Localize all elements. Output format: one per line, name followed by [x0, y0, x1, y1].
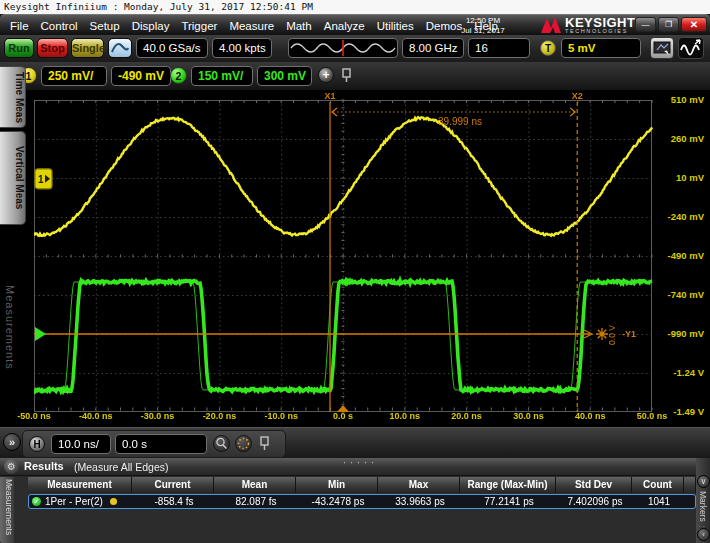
sample-points-icon[interactable] [235, 435, 252, 452]
run-button[interactable]: Run [4, 38, 34, 58]
status-ok-icon: ✓ [32, 497, 41, 506]
close-button[interactable]: ✕ [681, 17, 707, 32]
acquisition-preview[interactable] [288, 38, 398, 58]
collapse-left-icon[interactable]: ‹ [697, 528, 710, 541]
auto-setup-icon[interactable] [108, 38, 132, 58]
clock-time: 12:50 PM [448, 16, 518, 26]
column-header-min: Min [296, 477, 378, 493]
x-axis-label: 10.0 ns [377, 411, 433, 421]
results-subtitle: (Measure All Edges) [74, 461, 169, 473]
add-channel-button[interactable]: + [318, 67, 334, 83]
cell-count: 1041 [633, 495, 685, 508]
brand-sub: TECHNOLOGIES [565, 28, 635, 34]
stop-button[interactable]: Stop [37, 38, 68, 58]
horizontal-badge[interactable]: H [29, 436, 45, 452]
cell-min: -43.2478 ps [297, 495, 379, 508]
column-header-measurement: Measurement [28, 477, 132, 493]
measurement-name-cell: ✓1Per - Per(2) [29, 495, 133, 508]
markers-strip: ∨ Markers : : ‹ [696, 458, 710, 543]
menu-item-setup[interactable]: Setup [84, 16, 126, 36]
menu-item-trigger[interactable]: Trigger [175, 16, 223, 36]
menu-item-measure[interactable]: Measure [223, 16, 280, 36]
menu-item-utilities[interactable]: Utilities [371, 16, 420, 36]
cell-max: 33.9663 ps [379, 495, 461, 508]
single-button[interactable]: Single [71, 38, 104, 58]
tab-markers[interactable]: Markers [698, 491, 708, 522]
horizontal-bar: H 10.0 ns/ 0.0 s [0, 427, 710, 458]
menu-item-analyze[interactable]: Analyze [318, 16, 371, 36]
x-axis-label: 30.0 ns [500, 411, 556, 421]
column-header-range-max-min-: Range (Max-Min) [460, 477, 556, 493]
cell-current: -858.4 fs [133, 495, 215, 508]
pin-icon[interactable] [259, 436, 270, 451]
trigger-badge[interactable]: T [540, 40, 556, 56]
table-row[interactable]: ✓1Per - Per(2)-858.4 fs82.087 fs-43.2478… [28, 494, 696, 509]
sample-rate-field[interactable]: 40.0 GSa/s [136, 38, 208, 58]
results-header: ⚙ Results (Measure All Edges) ····· ∨ [0, 458, 710, 476]
x-axis-label: 0.0 s [315, 411, 371, 421]
averages-field[interactable]: 16 [468, 38, 530, 58]
expand-panel-button[interactable]: » [3, 433, 21, 451]
menu-item-math[interactable]: Math [280, 16, 318, 36]
results-table-header: MeasurementCurrentMeanMinMaxRange (Max-M… [28, 477, 696, 493]
tab-measurements[interactable]: Measurements [0, 477, 14, 543]
results-title: Results [24, 460, 64, 472]
keysight-spark-icon [540, 16, 562, 34]
x-axis-label: -20.0 ns [191, 411, 247, 421]
waveform-canvas[interactable] [34, 92, 662, 414]
menu-item-file[interactable]: File [4, 16, 35, 36]
channel2-scale-field[interactable]: 150 mV/ [191, 66, 253, 86]
results-table: MeasurementCurrentMeanMinMaxRange (Max-M… [28, 477, 696, 509]
window-title: Keysight Infiniium : Monday, July 31, 20… [0, 0, 710, 14]
cell-std_dev: 7.402096 ps [557, 495, 633, 508]
tab-vertical-meas[interactable]: Vertical Meas [0, 131, 26, 225]
clock-date: Jul 31, 2017 [448, 26, 518, 36]
x-axis-label: -10.0 ns [253, 411, 309, 421]
memory-depth-field[interactable]: 4.00 kpts [212, 38, 272, 58]
tab-time-meas[interactable]: Time Meas [0, 66, 26, 128]
display-settings-icon[interactable] [650, 37, 674, 59]
timebase-position-field[interactable]: 0.0 s [115, 434, 207, 454]
trigger-level-field[interactable]: 5 mV [561, 38, 641, 58]
y-axis-label: -240 mV [668, 211, 704, 222]
column-header-filler [684, 477, 696, 493]
y-axis-label: -1.24 V [673, 367, 704, 378]
clock: 12:50 PM Jul 31, 2017 [448, 16, 518, 35]
gear-icon[interactable]: ⚙ [4, 459, 19, 474]
menu-items: FileControlSetupDisplayTriggerMeasureMat… [4, 15, 504, 36]
horizontal-panel: H 10.0 ns/ 0.0 s [22, 430, 286, 458]
channel1-scale-field[interactable]: 250 mV/ [41, 66, 107, 86]
menu-item-control[interactable]: Control [35, 16, 84, 36]
x-axis-label: -50.0 ns [6, 411, 62, 421]
brand-name: KEYSIGHT [565, 17, 635, 28]
warning-dot-icon [110, 498, 117, 505]
channel2-badge[interactable]: 2 [170, 67, 187, 84]
touch-waveform-icon[interactable] [678, 37, 704, 59]
timebase-scale-field[interactable]: 10.0 ns/ [51, 434, 111, 454]
scroll-up-icon[interactable]: ∨ [697, 475, 710, 488]
minimize-button[interactable]: — [635, 17, 656, 32]
pin-icon[interactable] [341, 68, 352, 83]
column-header-count: Count [632, 477, 684, 493]
acquisition-toolbar: Run Stop Single 40.0 GSa/s 4.00 kpts 8.0… [0, 35, 710, 62]
splitter-grip[interactable]: ····· [330, 455, 390, 469]
bandwidth-field[interactable]: 8.00 GHz [402, 38, 464, 58]
cell-mean: 82.087 fs [215, 495, 297, 508]
channel2-offset-field[interactable]: 300 mV [257, 66, 312, 86]
x-axis-label: 50.0 ns [624, 411, 680, 421]
column-header-max: Max [378, 477, 460, 493]
channel1-offset-field[interactable]: -490 mV [111, 66, 171, 86]
column-header-mean: Mean [214, 477, 296, 493]
x-axis-label: 40.0 ns [562, 411, 618, 421]
y-axis-label: 260 mV [671, 133, 704, 144]
y-axis-label: -490 mV [668, 250, 704, 261]
cell-range: 77.2141 ps [461, 495, 557, 508]
restore-button[interactable]: ❐ [658, 17, 679, 32]
x-axis-label: -30.0 ns [130, 411, 186, 421]
channel-bar: 1 250 mV/ -490 mV 2 150 mV/ 300 mV + [0, 62, 710, 90]
search-zoom-icon[interactable] [213, 435, 230, 452]
y-axis-label: 10 mV [676, 172, 704, 183]
menu-item-display[interactable]: Display [126, 16, 176, 36]
measurements-panel-label[interactable]: Measurements [4, 285, 16, 370]
column-header-std-dev: Std Dev [556, 477, 632, 493]
